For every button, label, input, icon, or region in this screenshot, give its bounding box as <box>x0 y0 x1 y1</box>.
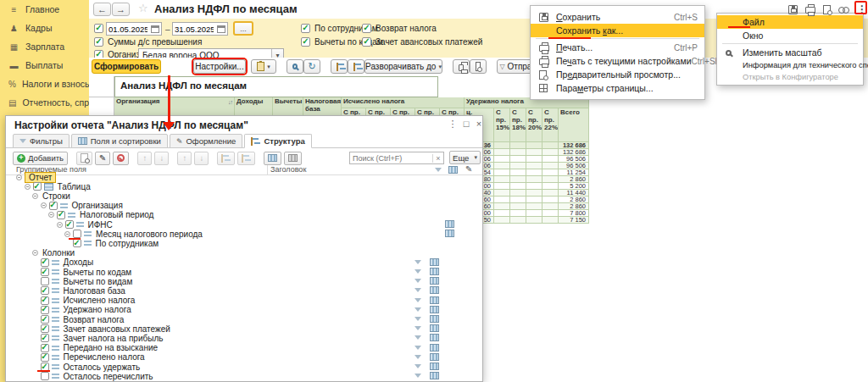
tree-node[interactable]: Возврат налога <box>6 314 477 324</box>
search-box[interactable]: × <box>349 152 444 164</box>
expander-icon[interactable] <box>25 184 31 190</box>
report-cell[interactable] <box>526 176 542 183</box>
tab-оформление[interactable]: ✎Оформление <box>170 134 243 148</box>
report-column-group-header[interactable]: Исчислено налога <box>342 97 465 108</box>
tree-node[interactable]: Отчет <box>6 172 477 182</box>
report-subcolumn-header[interactable]: С пр. 20% <box>526 108 542 142</box>
report-cell[interactable]: 2 860 <box>559 176 589 183</box>
sidebar-item-percent[interactable]: %Налоги и взносы <box>0 75 89 93</box>
report-cell[interactable] <box>510 163 526 169</box>
tree-node[interactable]: По сотрудникам <box>6 238 477 248</box>
tree-node[interactable]: Вычеты по кодам <box>6 267 477 277</box>
ungroup-nodes-button[interactable] <box>237 152 255 165</box>
report-cell[interactable] <box>510 149 526 156</box>
more-button[interactable]: Еще▾ <box>449 151 481 164</box>
sidebar-item-reports[interactable]: ▤Отчетность, справки <box>0 93 89 112</box>
fields-icon[interactable] <box>445 220 454 228</box>
menu-item[interactable]: Окно <box>717 29 863 42</box>
report-cell[interactable] <box>542 183 559 190</box>
report-subcolumn-header[interactable]: С пр. 15% <box>494 108 510 142</box>
fields-icon[interactable] <box>430 324 439 332</box>
preview-icon[interactable] <box>823 5 831 14</box>
fields-icon[interactable] <box>430 372 439 379</box>
copy-button[interactable] <box>76 152 92 165</box>
fields-icon[interactable] <box>430 344 439 352</box>
preview-button[interactable] <box>470 59 487 74</box>
tree-checkbox[interactable] <box>41 372 49 380</box>
menu-item[interactable]: Сохранить как... <box>531 24 704 37</box>
filter-icon[interactable] <box>415 279 421 283</box>
tree-node[interactable]: Осталось удержать <box>6 362 477 372</box>
report-cell[interactable]: 132 686 <box>559 142 589 149</box>
tree-checkbox[interactable] <box>41 315 49 324</box>
report-cell[interactable]: 7 150 <box>559 217 589 224</box>
tree-checkbox[interactable] <box>65 220 74 229</box>
tree-checkbox[interactable] <box>41 324 49 333</box>
date-to-field[interactable] <box>172 22 228 36</box>
back-button[interactable]: ← <box>93 3 111 16</box>
filter-icon[interactable] <box>415 326 421 330</box>
report-cell[interactable]: 132 686 <box>559 149 589 156</box>
report-cell[interactable] <box>526 142 542 149</box>
tree-checkbox[interactable] <box>41 306 49 314</box>
report-cell[interactable] <box>494 176 510 183</box>
fields-icon[interactable] <box>430 353 439 361</box>
tree-checkbox[interactable] <box>73 230 81 238</box>
report-cell[interactable] <box>542 149 559 156</box>
tree-node[interactable]: Зачет авансовых платежей <box>6 324 477 334</box>
report-cell[interactable] <box>494 210 510 217</box>
report-cell[interactable] <box>526 156 542 163</box>
clear-search-icon[interactable]: × <box>432 154 443 163</box>
report-cell[interactable] <box>526 183 542 190</box>
demote-button[interactable]: ↓ <box>194 152 209 165</box>
report-cell[interactable] <box>494 183 510 190</box>
calendar-icon[interactable] <box>151 25 159 33</box>
paste-settings-button[interactable]: ▾ <box>251 59 276 74</box>
move-up-button[interactable]: ↑ <box>137 152 152 165</box>
sidebar-item-menu[interactable]: ≡Главное <box>0 0 89 19</box>
report-cell[interactable] <box>526 197 542 203</box>
fields-icon[interactable] <box>430 315 439 323</box>
report-cell[interactable] <box>526 169 542 176</box>
forward-button[interactable]: → <box>112 3 130 16</box>
report-cell[interactable] <box>510 197 526 203</box>
tree-checkbox[interactable] <box>41 277 49 285</box>
filter-icon[interactable] <box>415 335 421 340</box>
report-cell[interactable] <box>510 156 526 163</box>
tree-node[interactable]: Колонки <box>6 248 477 258</box>
expander-icon[interactable] <box>16 174 22 180</box>
report-cell[interactable] <box>542 197 559 203</box>
report-cell[interactable] <box>542 176 559 183</box>
tab-поля-и-сортировки[interactable]: Поля и сортировки <box>71 134 168 148</box>
tree-node[interactable]: Налоговая база <box>6 285 477 296</box>
filter-icon[interactable] <box>415 288 421 292</box>
link-icon[interactable] <box>838 6 849 14</box>
favorite-star-icon[interactable]: ☆ <box>138 2 148 14</box>
tree-node[interactable]: Исчислено налога <box>6 296 477 306</box>
expander-icon[interactable] <box>48 212 54 218</box>
report-cell[interactable]: 7 800 <box>559 210 589 217</box>
menu-item[interactable]: Предварительный просмотр... <box>531 68 704 81</box>
report-cell[interactable] <box>510 210 526 217</box>
filter-icon[interactable] <box>415 364 421 368</box>
report-cell[interactable]: 2 860 <box>559 197 589 203</box>
report-cell[interactable] <box>510 169 526 176</box>
report-subcolumn-header[interactable]: С пр. 18% <box>510 108 526 142</box>
menu-item[interactable]: Печать...Ctrl+P <box>531 41 704 54</box>
menu-item[interactable]: Печать с текущими настройкамиCtrl+Shift+… <box>531 54 704 68</box>
edit-button[interactable]: ✎ <box>95 152 110 165</box>
report-cell[interactable] <box>526 163 542 169</box>
tree-node[interactable]: Удержано налога <box>6 305 477 315</box>
report-cell[interactable] <box>494 163 510 169</box>
generate-button[interactable]: Сформировать <box>92 59 161 74</box>
by-employees-checkbox[interactable] <box>301 24 310 33</box>
report-cell[interactable]: 11 440 <box>559 190 589 197</box>
tab-фильтры[interactable]: Фильтры <box>13 134 70 148</box>
tree-node[interactable]: Организация <box>6 201 477 211</box>
menu-item[interactable]: Изменить масштаб <box>717 46 863 59</box>
tax-refund-checkbox[interactable] <box>362 24 371 33</box>
report-cell[interactable]: 11 254 <box>559 169 589 176</box>
report-cell[interactable] <box>542 210 559 217</box>
report-cell[interactable] <box>510 190 526 197</box>
report-cell[interactable] <box>542 169 559 176</box>
